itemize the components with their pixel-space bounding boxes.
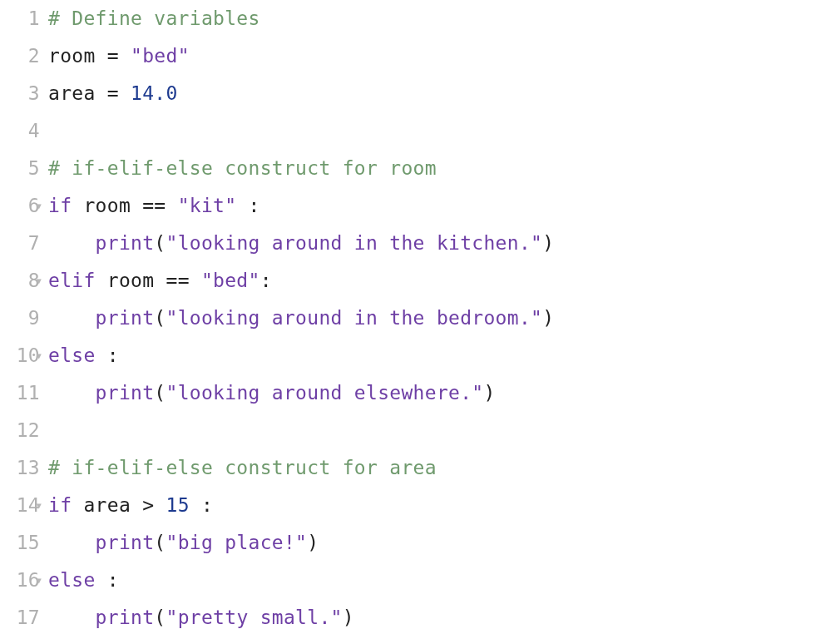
token-ident	[48, 307, 96, 329]
token-punct: )	[307, 532, 319, 553]
fold-chevron-icon[interactable]: ▼	[37, 352, 42, 360]
token-punct: :	[107, 344, 119, 366]
token-op: =	[96, 82, 131, 104]
code-line[interactable]	[48, 112, 554, 150]
token-ident	[48, 532, 96, 553]
code-line[interactable]: print("looking around elsewhere.")	[48, 374, 554, 412]
line-number: 9	[0, 300, 40, 337]
code-line[interactable]: room = "bed"	[48, 37, 554, 75]
code-line[interactable]: # if-elif-else construct for area	[48, 449, 554, 487]
fold-chevron-icon[interactable]: ▼	[37, 502, 42, 510]
fold-chevron-icon[interactable]: ▼	[37, 202, 42, 211]
line-number: 11	[0, 374, 40, 412]
token-str: "kit"	[166, 195, 248, 216]
token-func: print	[96, 232, 155, 254]
token-str: "pretty small."	[166, 607, 343, 628]
fold-chevron-icon[interactable]: ▼	[37, 277, 42, 285]
token-ident: area	[48, 82, 96, 104]
token-func: print	[96, 307, 155, 329]
code-line[interactable]: print("big place!")	[48, 524, 554, 562]
token-punct: (	[154, 607, 166, 628]
code-line[interactable]	[48, 412, 554, 449]
token-func: print	[96, 382, 155, 404]
code-line[interactable]: if room == "kit" :	[48, 187, 554, 225]
line-number: 15	[0, 524, 40, 562]
line-number: 7	[0, 225, 40, 262]
line-number: 2	[0, 37, 40, 75]
token-comment: # if-elif-else construct for area	[48, 457, 437, 478]
token-ident: room	[96, 270, 166, 291]
token-ident	[48, 382, 96, 404]
token-op: ==	[166, 270, 189, 291]
token-num: 15	[154, 494, 201, 516]
code-line[interactable]: if area > 15 :	[48, 487, 554, 524]
token-op: =	[96, 45, 131, 67]
token-punct: :	[107, 569, 119, 591]
line-number-gutter: 123456▼78▼910▼11121314▼1516▼17	[0, 0, 42, 639]
line-number: 14▼	[0, 487, 40, 524]
line-number: 13	[0, 449, 40, 487]
token-punct: )	[542, 307, 554, 329]
token-punct: (	[154, 307, 166, 329]
code-line[interactable]: print("looking around in the bedroom.")	[48, 300, 554, 337]
token-kw: elif	[48, 270, 96, 291]
code-line[interactable]: else :	[48, 337, 554, 374]
code-line[interactable]: area = 14.0	[48, 75, 554, 112]
token-punct: )	[343, 607, 354, 628]
token-ident: area	[72, 494, 142, 516]
code-line[interactable]: else :	[48, 562, 554, 599]
token-str: "big place!"	[166, 532, 308, 553]
token-ident: room	[72, 195, 142, 216]
line-number: 5	[0, 150, 40, 187]
token-ident	[48, 232, 96, 254]
token-str: "bed"	[190, 270, 260, 291]
token-punct: (	[154, 382, 166, 404]
line-number: 16▼	[0, 562, 40, 599]
token-kw: else	[48, 569, 107, 591]
code-line[interactable]: print("pretty small.")	[48, 599, 554, 637]
fold-chevron-icon[interactable]: ▼	[37, 577, 42, 585]
line-number: 17	[0, 599, 40, 637]
code-line[interactable]: print("looking around in the kitchen.")	[48, 225, 554, 262]
token-str: "looking around elsewhere."	[166, 382, 484, 404]
token-kw: if	[48, 494, 72, 516]
code-line[interactable]: # Define variables	[48, 0, 554, 37]
token-punct: )	[542, 232, 554, 254]
token-op: >	[142, 494, 154, 516]
token-op: ==	[142, 195, 166, 216]
token-punct: :	[249, 195, 260, 216]
token-kw: else	[48, 344, 107, 366]
line-number: 6▼	[0, 187, 40, 225]
token-kw: if	[48, 195, 72, 216]
token-str: "looking around in the bedroom."	[166, 307, 543, 329]
line-number: 4	[0, 112, 40, 150]
token-num: 14.0	[131, 82, 178, 104]
token-comment: # if-elif-else construct for room	[48, 157, 437, 179]
line-number: 3	[0, 75, 40, 112]
token-punct: )	[483, 382, 495, 404]
token-str: "bed"	[131, 45, 190, 67]
line-number: 10▼	[0, 337, 40, 374]
code-line[interactable]: # if-elif-else construct for room	[48, 150, 554, 187]
token-punct: :	[260, 270, 272, 291]
token-func: print	[96, 607, 155, 628]
token-func: print	[96, 532, 155, 553]
token-ident: room	[48, 45, 96, 67]
code-area[interactable]: # Define variablesroom = "bed"area = 14.…	[42, 0, 554, 639]
line-number: 12	[0, 412, 40, 449]
token-ident	[48, 607, 96, 628]
token-punct: (	[154, 232, 166, 254]
line-number: 1	[0, 0, 40, 37]
code-line[interactable]: elif room == "bed":	[48, 262, 554, 300]
code-editor[interactable]: 123456▼78▼910▼11121314▼1516▼17 # Define …	[0, 0, 840, 639]
token-punct: (	[154, 532, 166, 553]
token-comment: # Define variables	[48, 7, 260, 29]
line-number: 8▼	[0, 262, 40, 300]
token-punct: :	[201, 494, 213, 516]
token-str: "looking around in the kitchen."	[166, 232, 543, 254]
